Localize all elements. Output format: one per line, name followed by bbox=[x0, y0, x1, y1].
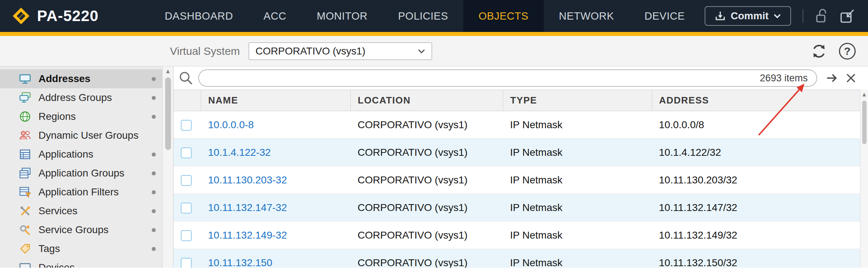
sidebar-item-address-groups[interactable]: Address Groups bbox=[0, 88, 162, 107]
table-header-row: NAME LOCATION TYPE ADDRESS bbox=[174, 90, 860, 111]
chevron-down-icon bbox=[774, 13, 781, 19]
row-checkbox[interactable] bbox=[181, 147, 192, 158]
sidebar-item-application-groups[interactable]: Application Groups bbox=[0, 164, 162, 183]
nav-tab-policies[interactable]: POLICIES bbox=[383, 0, 464, 32]
arrow-right-icon[interactable] bbox=[825, 72, 839, 84]
status-dot bbox=[152, 171, 156, 175]
sidebar-item-services[interactable]: Services bbox=[0, 202, 162, 220]
column-header-location[interactable]: LOCATION bbox=[350, 90, 503, 111]
sidebar-item-regions[interactable]: Regions bbox=[0, 107, 162, 126]
scroll-up-arrow[interactable]: ▲ bbox=[166, 68, 170, 74]
nav-tab-dashboard[interactable]: DASHBOARD bbox=[150, 0, 248, 32]
address-cell: 10.11.132.150/32 bbox=[652, 249, 860, 268]
address-name-link[interactable]: 10.11.132.149-32 bbox=[208, 230, 287, 241]
row-checkbox[interactable] bbox=[181, 203, 192, 214]
status-dot bbox=[152, 77, 156, 81]
table-scrollbar[interactable]: ▲ bbox=[860, 90, 868, 268]
sidebar-item-label: Application Groups bbox=[38, 167, 125, 179]
vsys-toolbar: Virtual System CORPORATIVO (vsys1) ? bbox=[0, 36, 868, 66]
sidebar-item-label: Services bbox=[38, 205, 77, 217]
address-name-link[interactable]: 10.11.132.147-32 bbox=[208, 202, 287, 213]
address-name-link[interactable]: 10.11.132.150 bbox=[208, 257, 272, 268]
search-input[interactable] bbox=[208, 72, 755, 84]
table-filter-icon bbox=[19, 186, 31, 198]
globe-icon bbox=[19, 110, 31, 123]
status-dot bbox=[152, 209, 156, 213]
sidebar-item-devices[interactable]: Devices bbox=[0, 258, 162, 268]
sidebar-item-label: Regions bbox=[38, 111, 76, 122]
location-cell: CORPORATIVO (vsys1) bbox=[350, 222, 503, 249]
sidebar-item-application-filters[interactable]: Application Filters bbox=[0, 183, 162, 202]
row-checkbox[interactable] bbox=[181, 230, 192, 241]
sidebar-scrollbar[interactable]: ▲ bbox=[162, 66, 173, 268]
status-dot bbox=[152, 153, 156, 157]
location-cell: CORPORATIVO (vsys1) bbox=[350, 139, 503, 166]
address-cell: 10.0.0.0/8 bbox=[652, 111, 860, 139]
nav-tab-acc[interactable]: ACC bbox=[248, 0, 302, 32]
status-dot bbox=[152, 247, 156, 251]
search-bar: 2693 items bbox=[174, 66, 860, 90]
scrollbar-thumb[interactable] bbox=[165, 77, 171, 150]
search-icon bbox=[179, 71, 193, 85]
location-cell: CORPORATIVO (vsys1) bbox=[350, 111, 503, 139]
items-count: 2693 items bbox=[760, 73, 808, 84]
address-name-link[interactable]: 10.11.130.203-32 bbox=[208, 174, 287, 186]
nav-tab-objects[interactable]: OBJECTS bbox=[463, 0, 543, 32]
monitor-icon bbox=[19, 73, 31, 85]
column-header-address[interactable]: ADDRESS bbox=[652, 90, 860, 111]
status-dot bbox=[152, 96, 156, 100]
address-name-link[interactable]: 10.0.0.0-8 bbox=[208, 119, 254, 130]
sidebar-item-applications[interactable]: Applications bbox=[0, 145, 162, 164]
sidebar-item-dynamic-user-groups[interactable]: Dynamic User Groups bbox=[0, 126, 162, 145]
wrench-gear-icon bbox=[19, 224, 31, 236]
nav-actions: Commit bbox=[705, 0, 868, 32]
row-checkbox[interactable] bbox=[181, 120, 192, 131]
sidebar-item-label: Addresses bbox=[38, 73, 90, 85]
column-header-type[interactable]: TYPE bbox=[503, 90, 652, 111]
table-icon bbox=[19, 148, 31, 161]
refresh-icon[interactable] bbox=[811, 43, 827, 60]
table-row: 10.11.132.147-32 CORPORATIVO (vsys1) IP … bbox=[174, 194, 860, 222]
virtual-system-label: Virtual System bbox=[170, 45, 240, 57]
tray-arrow-icon bbox=[715, 11, 726, 21]
sidebar-item-tags[interactable]: Tags bbox=[0, 239, 162, 258]
row-checkbox[interactable] bbox=[181, 175, 192, 186]
scroll-up-arrow[interactable]: ▲ bbox=[863, 91, 866, 98]
address-name-link[interactable]: 10.1.4.122-32 bbox=[208, 147, 271, 158]
help-glyph: ? bbox=[844, 45, 851, 57]
commit-button[interactable]: Commit bbox=[705, 6, 791, 26]
table-row: 10.11.130.203-32 CORPORATIVO (vsys1) IP … bbox=[174, 166, 860, 194]
row-checkbox[interactable] bbox=[181, 258, 192, 268]
location-cell: CORPORATIVO (vsys1) bbox=[350, 166, 503, 194]
table-row: 10.0.0.0-8 CORPORATIVO (vsys1) IP Netmas… bbox=[174, 111, 860, 139]
nav-tab-monitor[interactable]: MONITOR bbox=[302, 0, 383, 32]
unlock-icon[interactable] bbox=[815, 8, 830, 24]
sidebar-item-label: Applications bbox=[38, 149, 93, 160]
main-nav: DASHBOARD ACC MONITOR POLICIES OBJECTS N… bbox=[150, 0, 700, 32]
help-icon[interactable]: ? bbox=[839, 43, 856, 60]
address-cell: 10.11.132.149/32 bbox=[652, 222, 860, 249]
select-all-header[interactable] bbox=[174, 90, 201, 111]
scrollbar-thumb[interactable] bbox=[862, 101, 867, 144]
table-row: 10.1.4.122-32 CORPORATIVO (vsys1) IP Net… bbox=[174, 139, 860, 166]
type-cell: IP Netmask bbox=[503, 194, 652, 222]
type-cell: IP Netmask bbox=[503, 249, 652, 268]
sidebar-item-service-groups[interactable]: Service Groups bbox=[0, 220, 162, 239]
search-field: 2693 items bbox=[198, 69, 817, 87]
box-arrow-icon[interactable] bbox=[839, 8, 856, 24]
column-header-name[interactable]: NAME bbox=[201, 90, 350, 111]
sidebar-item-label: Devices bbox=[38, 262, 75, 268]
sidebar-item-label: Dynamic User Groups bbox=[38, 130, 138, 141]
address-cell: 10.11.132.147/32 bbox=[652, 194, 860, 222]
type-cell: IP Netmask bbox=[503, 111, 652, 139]
nav-tab-device[interactable]: DEVICE bbox=[629, 0, 700, 32]
virtual-system-select[interactable]: CORPORATIVO (vsys1) bbox=[249, 42, 432, 60]
device-name: PA-5220 bbox=[37, 7, 99, 25]
nav-tab-network[interactable]: NETWORK bbox=[544, 0, 629, 32]
table-group-icon bbox=[19, 167, 31, 179]
clear-icon[interactable] bbox=[845, 72, 857, 84]
type-cell: IP Netmask bbox=[503, 166, 652, 194]
sidebar-item-addresses[interactable]: Addresses bbox=[0, 69, 162, 88]
status-dot bbox=[152, 228, 156, 232]
accent-stripe bbox=[0, 32, 868, 36]
